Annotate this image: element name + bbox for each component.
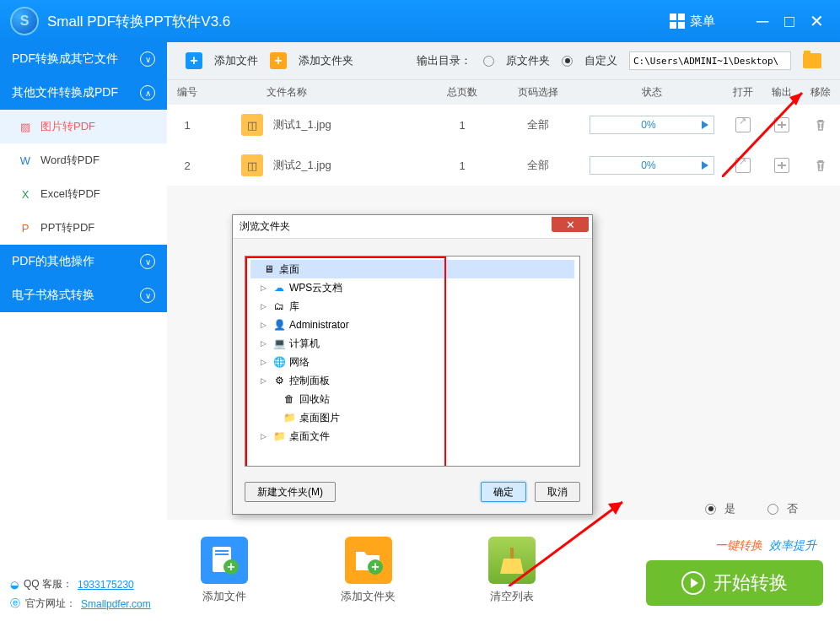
qq-icon: ◒ bbox=[10, 579, 19, 591]
add-file-button[interactable]: 添加文件 bbox=[214, 53, 258, 68]
tree-node-recycle[interactable]: 🗑回收站 bbox=[271, 390, 574, 408]
menu-grid-icon bbox=[670, 14, 685, 29]
svg-rect-9 bbox=[510, 548, 514, 559]
recycle-bin-icon: 🗑 bbox=[283, 393, 296, 405]
user-icon: 👤 bbox=[272, 319, 286, 331]
network-icon: 🌐 bbox=[272, 356, 286, 368]
broom-icon bbox=[488, 537, 536, 584]
svg-rect-4 bbox=[215, 554, 229, 555]
tree-node-desktop[interactable]: 🖥桌面 bbox=[250, 260, 574, 278]
sidebar-category-pdf-other-ops[interactable]: PDF的其他操作 ∨ bbox=[0, 245, 167, 278]
file-thumb-icon: ◫ bbox=[241, 154, 263, 176]
radio-custom-folder[interactable] bbox=[562, 56, 573, 67]
folder-icon: 📁 bbox=[283, 412, 296, 424]
word-icon: W bbox=[19, 154, 32, 167]
menu-button[interactable]: 菜单 bbox=[690, 14, 715, 30]
bottom-add-file[interactable]: + 添加文件 bbox=[201, 537, 248, 604]
app-logo: S bbox=[10, 7, 39, 35]
table-row[interactable]: 2 ◫ 测试2_1.jpg 1 全部 0% bbox=[167, 145, 840, 186]
add-folder-icon: + bbox=[345, 537, 392, 584]
output-file-button[interactable] bbox=[774, 117, 789, 132]
library-icon: 🗂 bbox=[272, 300, 286, 312]
open-file-button[interactable] bbox=[735, 117, 751, 132]
output-file-button[interactable] bbox=[774, 158, 789, 173]
sidebar-footer: ◒ QQ 客服： 1933175230 ⓔ 官方网址： Smallpdfer.c… bbox=[10, 572, 151, 611]
sidebar-item-word-to-pdf[interactable]: W Word转PDF bbox=[0, 143, 167, 177]
tree-node-computer[interactable]: ▷💻计算机 bbox=[261, 334, 574, 353]
sidebar: PDF转换成其它文件 ∨ 其他文件转换成PDF ∧ ▨ 图片转PDF W Wor… bbox=[0, 42, 167, 621]
delete-row-button[interactable] bbox=[813, 117, 828, 132]
browse-folder-button[interactable] bbox=[803, 53, 821, 68]
dialog-close-button[interactable]: ✕ bbox=[552, 217, 589, 232]
bottom-clear-list[interactable]: 清空列表 bbox=[488, 537, 536, 604]
table-header: 编号 文件名称 总页数 页码选择 状态 打开 输出 移除 bbox=[167, 79, 840, 105]
site-link[interactable]: Smallpdfer.com bbox=[81, 598, 151, 610]
chevron-down-icon: ∨ bbox=[140, 254, 155, 269]
add-folder-icon: + bbox=[270, 52, 287, 69]
chevron-down-icon: ∨ bbox=[140, 288, 155, 303]
new-folder-button[interactable]: 新建文件夹(M) bbox=[245, 482, 336, 502]
tree-node-desktop-pics[interactable]: 📁桌面图片 bbox=[271, 408, 574, 427]
ie-icon: ⓔ bbox=[10, 597, 20, 611]
svg-text:+: + bbox=[371, 559, 379, 574]
radio-merge-yes[interactable] bbox=[705, 504, 716, 515]
tree-node-network[interactable]: ▷🌐网络 bbox=[261, 353, 574, 371]
control-panel-icon: ⚙ bbox=[272, 375, 286, 386]
close-button[interactable]: ✕ bbox=[803, 11, 830, 31]
progress-bar[interactable]: 0% bbox=[590, 116, 714, 134]
sidebar-category-pdf-to-other[interactable]: PDF转换成其它文件 ∨ bbox=[0, 42, 167, 76]
minimize-button[interactable]: ─ bbox=[749, 12, 776, 31]
titlebar: S Small PDF转换PPT软件V3.6 菜单 ─ □ ✕ bbox=[0, 0, 840, 42]
sidebar-item-img-to-pdf[interactable]: ▨ 图片转PDF bbox=[0, 110, 167, 143]
sidebar-category-ebook-convert[interactable]: 电子书格式转换 ∨ bbox=[0, 278, 167, 312]
table-row[interactable]: 1 ◫ 测试1_1.jpg 1 全部 0% bbox=[167, 105, 840, 145]
tree-node-wps[interactable]: ▷☁WPS云文档 bbox=[261, 278, 574, 297]
radio-source-folder[interactable] bbox=[483, 56, 494, 67]
start-convert-button[interactable]: 开始转换 bbox=[646, 560, 823, 606]
sidebar-item-excel-to-pdf[interactable]: X Excel转PDF bbox=[0, 177, 167, 211]
play-icon bbox=[702, 161, 708, 170]
svg-rect-3 bbox=[215, 550, 229, 552]
add-file-icon: + bbox=[186, 52, 202, 69]
folder-icon: 📁 bbox=[272, 430, 286, 442]
bottom-bar: + 添加文件 + 添加文件夹 清空列表 一键转换 效率提升 开始转换 bbox=[167, 520, 840, 621]
maximize-button[interactable]: □ bbox=[776, 12, 803, 31]
tree-node-desktop-files[interactable]: ▷📁桌面文件 bbox=[261, 427, 574, 446]
computer-icon: 💻 bbox=[272, 338, 286, 349]
chevron-down-icon: ∨ bbox=[140, 51, 155, 67]
file-thumb-icon: ◫ bbox=[241, 114, 263, 136]
play-circle-icon bbox=[681, 571, 705, 595]
play-icon bbox=[702, 121, 708, 129]
app-title: Small PDF转换PPT软件V3.6 bbox=[47, 12, 230, 31]
ppt-icon: P bbox=[19, 221, 32, 235]
cloud-icon: ☁ bbox=[272, 282, 286, 294]
desktop-icon: 🖥 bbox=[262, 263, 276, 275]
browse-folder-dialog: 浏览文件夹 ✕ 🖥桌面 ▷☁WPS云文档 ▷🗂库 ▷👤Administrator… bbox=[232, 214, 593, 515]
output-dir-label: 输出目录： bbox=[417, 53, 471, 68]
folder-tree[interactable]: 🖥桌面 ▷☁WPS云文档 ▷🗂库 ▷👤Administrator ▷💻计算机 ▷… bbox=[245, 256, 580, 467]
add-file-icon: + bbox=[201, 537, 248, 584]
add-folder-button[interactable]: 添加文件夹 bbox=[299, 53, 353, 68]
excel-icon: X bbox=[19, 187, 32, 201]
qq-link[interactable]: 1933175230 bbox=[78, 579, 134, 591]
toolbar: + 添加文件 + 添加文件夹 输出目录： 原文件夹 自定义 C:\Users\A… bbox=[167, 42, 840, 79]
tree-node-control-panel[interactable]: ▷⚙控制面板 bbox=[261, 371, 574, 390]
radio-merge-no[interactable] bbox=[767, 504, 778, 515]
chevron-up-icon: ∧ bbox=[140, 85, 155, 100]
tree-node-admin[interactable]: ▷👤Administrator bbox=[261, 316, 574, 334]
bottom-add-folder[interactable]: + 添加文件夹 bbox=[341, 537, 396, 604]
open-file-button[interactable] bbox=[735, 158, 751, 173]
progress-bar[interactable]: 0% bbox=[590, 156, 714, 175]
image-icon: ▨ bbox=[19, 120, 32, 133]
sidebar-category-other-to-pdf[interactable]: 其他文件转换成PDF ∧ bbox=[0, 76, 167, 110]
tree-node-library[interactable]: ▷🗂库 bbox=[261, 297, 574, 316]
ok-button[interactable]: 确定 bbox=[481, 482, 526, 502]
delete-row-button[interactable] bbox=[813, 158, 828, 173]
svg-text:+: + bbox=[227, 559, 234, 574]
output-path-input[interactable]: C:\Users\ADMINI~1\Desktop\ bbox=[629, 51, 791, 70]
cancel-button[interactable]: 取消 bbox=[535, 482, 580, 502]
merge-option-row: 是 否 bbox=[705, 501, 798, 516]
sidebar-item-ppt-to-pdf[interactable]: P PPT转PDF bbox=[0, 211, 167, 245]
tagline: 一键转换 效率提升 bbox=[715, 538, 816, 554]
dialog-title: 浏览文件夹 bbox=[233, 215, 592, 239]
